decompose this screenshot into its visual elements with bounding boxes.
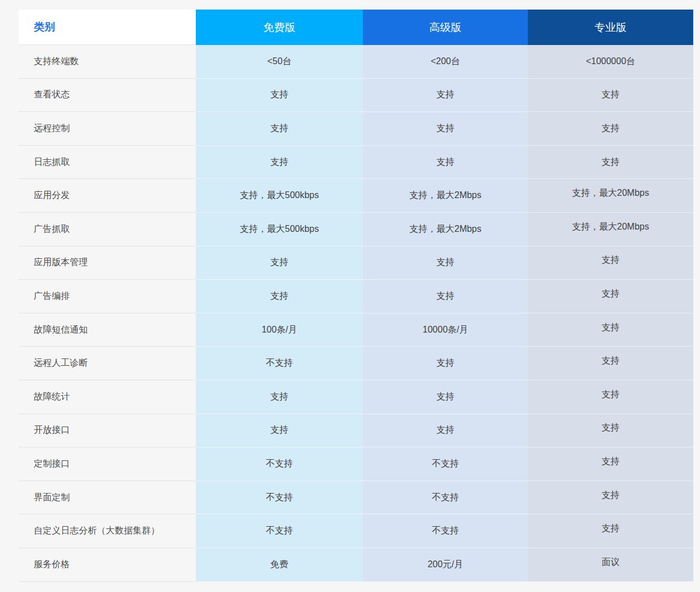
premium-plan-cell: 10000条/月: [363, 313, 528, 347]
pro-plan-value: 支持: [602, 422, 620, 434]
pro-plan-value: 支持: [602, 355, 620, 367]
pro-plan-cell: 支持: [528, 481, 693, 515]
table-row: 界面定制 不支持 不支持 支持: [19, 481, 693, 515]
feature-label: 界面定制: [19, 481, 196, 515]
pro-plan-cell: 支持: [528, 246, 693, 280]
premium-plan-value: 支持: [437, 424, 455, 436]
feature-label: 故障短信通知: [19, 313, 196, 347]
free-plan-value: 支持: [271, 424, 289, 436]
free-plan-value: 支持: [271, 290, 289, 302]
premium-plan-cell: 200元/月: [363, 548, 528, 582]
free-plan-value: 支持，最大500kbps: [240, 223, 319, 235]
pro-plan-value: 支持: [602, 288, 620, 300]
free-plan-value: 不支持: [266, 492, 293, 504]
table-row: 远程人工诊断 不支持 支持 支持: [19, 347, 693, 380]
premium-plan-value: 支持: [437, 290, 455, 302]
free-plan-header: 免费版: [196, 10, 363, 45]
pro-plan-value: 支持: [602, 254, 620, 266]
free-plan-cell: 支持: [196, 146, 363, 180]
feature-label: 故障统计: [19, 380, 196, 414]
free-plan-value: <50台: [267, 56, 291, 68]
pro-plan-cell: 支持: [528, 380, 693, 414]
premium-plan-value: 支持: [437, 357, 455, 369]
table-row: 定制接口 不支持 不支持 支持: [19, 447, 693, 481]
free-plan-cell: 不支持: [196, 447, 363, 481]
free-plan-cell: 不支持: [196, 347, 363, 380]
premium-plan-value: 不支持: [432, 492, 459, 504]
feature-label: 远程人工诊断: [19, 347, 196, 380]
table-row: 远程控制 支持 支持 支持: [19, 112, 693, 146]
feature-label: 服务价格: [19, 548, 196, 582]
premium-plan-cell: 支持，最大2Mbps: [363, 213, 528, 246]
table-row: 广告编排 支持 支持 支持: [19, 280, 693, 313]
pro-plan-value: 支持: [602, 89, 620, 101]
premium-plan-value: <200台: [430, 56, 460, 68]
feature-label: 自定义日志分析（大数据集群）: [19, 514, 196, 548]
pro-plan-value: 支持: [602, 456, 620, 468]
free-plan-cell: 支持: [196, 280, 363, 313]
feature-label: 开放接口: [19, 414, 196, 448]
pro-plan-cell: <1000000台: [528, 45, 693, 79]
premium-plan-cell: 支持，最大2Mbps: [363, 179, 528, 213]
table-row: 支持终端数 <50台 <200台 <1000000台: [19, 45, 693, 79]
premium-plan-value: 200元/月: [428, 559, 463, 571]
premium-plan-cell: 支持: [363, 347, 528, 380]
pro-plan-value: 支持: [602, 322, 620, 334]
free-plan-value: 支持: [271, 156, 289, 168]
pro-plan-cell: 支持: [528, 347, 693, 380]
table-row: 应用分发 支持，最大500kbps 支持，最大2Mbps 支持，最大20Mbps: [19, 179, 693, 213]
premium-plan-value: 支持: [437, 257, 455, 268]
premium-plan-cell: 支持: [363, 380, 528, 414]
premium-plan-cell: <200台: [363, 45, 528, 79]
free-plan-value: 不支持: [266, 458, 293, 470]
pro-plan-value: 支持，最大20Mbps: [572, 187, 649, 199]
premium-plan-value: 支持，最大2Mbps: [409, 223, 481, 235]
pro-plan-cell: 支持: [528, 79, 693, 113]
free-plan-value: 支持: [271, 89, 289, 101]
premium-plan-cell: 支持: [363, 146, 528, 180]
premium-plan-cell: 支持: [363, 414, 528, 448]
pro-plan-value: <1000000台: [586, 56, 635, 68]
table-row: 开放接口 支持 支持 支持: [19, 414, 693, 448]
free-plan-value: 支持，最大500kbps: [240, 190, 319, 201]
table-body: 支持终端数 <50台 <200台 <1000000台 查看状态 支持 支持 支持…: [19, 45, 693, 582]
free-plan-cell: 支持: [196, 79, 363, 113]
plan-comparison-table: 类别 免费版 高级版 专业版 支持终端数 <50台 <200台 <1000000…: [19, 10, 693, 582]
free-plan-cell: 支持: [196, 414, 363, 448]
premium-plan-cell: 不支持: [363, 514, 528, 548]
premium-plan-value: 支持: [437, 391, 455, 403]
category-column-header: 类别: [19, 10, 196, 45]
table-row: 广告抓取 支持，最大500kbps 支持，最大2Mbps 支持，最大20Mbps: [19, 213, 693, 246]
pro-plan-cell: 支持: [528, 146, 693, 180]
table-header-row: 类别 免费版 高级版 专业版: [19, 10, 693, 45]
pro-plan-cell: 支持: [528, 447, 693, 481]
premium-plan-cell: 支持: [363, 79, 528, 113]
table-row: 故障短信通知 100条/月 10000条/月 支持: [19, 313, 693, 347]
free-plan-cell: <50台: [196, 45, 363, 79]
table-row: 故障统计 支持 支持 支持: [19, 380, 693, 414]
premium-plan-cell: 不支持: [363, 447, 528, 481]
premium-plan-value: 支持，最大2Mbps: [409, 190, 481, 201]
table-row: 应用版本管理 支持 支持 支持: [19, 246, 693, 280]
pro-plan-value: 支持: [602, 389, 620, 401]
feature-label: 查看状态: [19, 79, 196, 113]
pro-plan-cell: 支持: [528, 313, 693, 347]
feature-label: 应用版本管理: [19, 246, 196, 280]
free-plan-cell: 支持，最大500kbps: [196, 179, 363, 213]
pro-plan-cell: 支持: [528, 414, 693, 448]
premium-plan-cell: 支持: [363, 280, 528, 313]
pro-plan-value: 支持: [602, 523, 620, 535]
premium-plan-cell: 不支持: [363, 481, 528, 515]
feature-label: 远程控制: [19, 112, 196, 146]
free-plan-value: 支持: [271, 123, 289, 134]
pro-plan-value: 支持: [602, 123, 620, 134]
free-plan-cell: 支持: [196, 380, 363, 414]
free-plan-value: 免费: [271, 559, 289, 571]
premium-plan-value: 10000条/月: [423, 324, 468, 336]
free-plan-cell: 不支持: [196, 514, 363, 548]
pro-plan-cell: 支持: [528, 280, 693, 313]
feature-label: 广告抓取: [19, 213, 196, 246]
free-plan-cell: 免费: [196, 548, 363, 582]
table-row: 查看状态 支持 支持 支持: [19, 79, 693, 113]
premium-plan-value: 不支持: [432, 525, 459, 537]
